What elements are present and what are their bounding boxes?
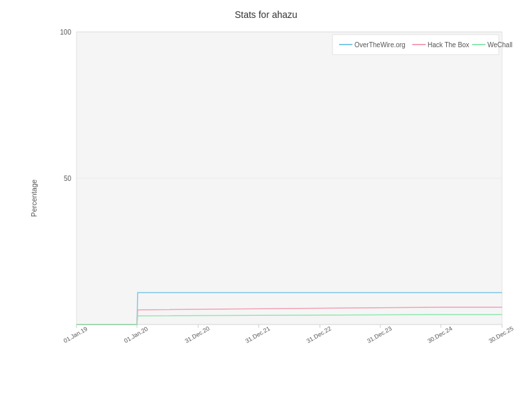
svg-text:WeChall: WeChall: [487, 41, 513, 49]
svg-text:31.Dec.23: 31.Dec.23: [366, 325, 393, 344]
svg-text:OverTheWire.org: OverTheWire.org: [354, 41, 406, 49]
svg-text:Hack The Box: Hack The Box: [428, 41, 469, 49]
svg-text:31.Dec.20: 31.Dec.20: [184, 325, 211, 344]
svg-text:31.Dec.21: 31.Dec.21: [244, 325, 271, 344]
svg-text:31.Dec.22: 31.Dec.22: [305, 325, 332, 344]
chart-container: Stats for ahazu Percentage 100 50 01.Jan…: [0, 0, 532, 399]
chart-area: Percentage 100 50 01.Jan.19 01.Jan.20 31…: [43, 25, 522, 371]
y-axis-label: Percentage: [30, 180, 38, 217]
chart-title: Stats for ahazu: [235, 9, 297, 20]
svg-text:01.Jan.19: 01.Jan.19: [63, 325, 88, 344]
svg-text:30.Dec.24: 30.Dec.24: [426, 325, 454, 344]
svg-text:50: 50: [64, 175, 72, 182]
svg-text:100: 100: [60, 29, 71, 36]
chart-svg: 100 50 01.Jan.19 01.Jan.20 31.Dec.20 31.…: [43, 25, 522, 371]
svg-text:01.Jan.20: 01.Jan.20: [123, 325, 149, 344]
svg-text:30.Dec.25: 30.Dec.25: [487, 325, 515, 344]
